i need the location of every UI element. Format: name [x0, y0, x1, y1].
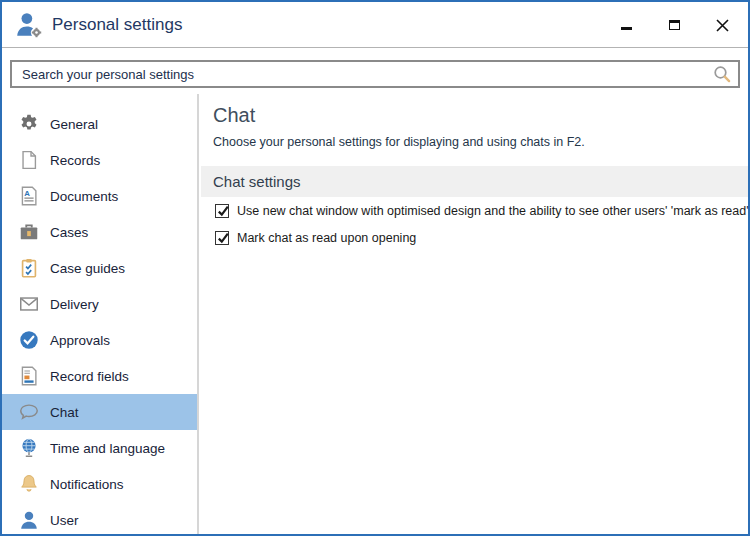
checkbox-row-mark-as-read: Mark chat as read upon opening [215, 231, 416, 245]
mark-as-read-checkbox[interactable] [215, 231, 229, 245]
bell-icon [18, 473, 40, 495]
minimize-button[interactable] [610, 9, 642, 41]
envelope-icon [18, 293, 40, 315]
document-icon: A [18, 185, 40, 207]
checkbox-label[interactable]: Use new chat window with optimised desig… [237, 204, 749, 218]
section-header-bar: Chat settings [201, 166, 748, 197]
record-fields-icon [18, 365, 40, 387]
section-title: Chat settings [213, 173, 301, 190]
sidebar-item-records[interactable]: Records [2, 142, 197, 178]
sidebar-item-label: Time and language [50, 441, 165, 456]
sidebar-item-general[interactable]: General [2, 106, 197, 142]
sidebar-item-label: General [50, 117, 98, 132]
maximize-button[interactable] [658, 9, 690, 41]
sidebar-item-case-guides[interactable]: Case guides [2, 250, 197, 286]
page-title: Chat [213, 104, 255, 127]
sidebar-item-label: Delivery [50, 297, 99, 312]
sidebar-item-time-and-language[interactable]: Time and language [2, 430, 197, 466]
briefcase-icon [18, 221, 40, 243]
page-description: Choose your personal settings for displa… [213, 135, 585, 149]
globe-icon [18, 437, 40, 459]
sidebar-item-label: User [50, 513, 79, 528]
sidebar-item-label: Cases [50, 225, 88, 240]
close-button[interactable] [706, 9, 738, 41]
sidebar-item-cases[interactable]: Cases [2, 214, 197, 250]
clipboard-icon [18, 257, 40, 279]
gear-icon [18, 113, 40, 135]
sidebar-item-record-fields[interactable]: Record fields [2, 358, 197, 394]
sidebar-item-documents[interactable]: A Documents [2, 178, 197, 214]
checkmark-icon [216, 231, 231, 246]
record-icon [18, 149, 40, 171]
sidebar-item-delivery[interactable]: Delivery [2, 286, 197, 322]
user-icon [18, 509, 40, 531]
search-input[interactable] [10, 60, 740, 88]
minimize-icon [621, 27, 632, 30]
checkbox-label[interactable]: Mark chat as read upon opening [237, 231, 416, 245]
maximize-icon [669, 20, 680, 30]
sidebar-item-label: Records [50, 153, 100, 168]
sidebar-item-approvals[interactable]: Approvals [2, 322, 197, 358]
settings-content: Chat Choose your personal settings for d… [201, 94, 748, 534]
sidebar-item-label: Record fields [50, 369, 129, 384]
sidebar-item-label: Approvals [50, 333, 110, 348]
settings-sidebar: General Records A Documents Cases [2, 94, 199, 534]
sidebar-item-label: Chat [50, 405, 79, 420]
sidebar-item-user[interactable]: User [2, 502, 197, 536]
approval-check-icon [18, 329, 40, 351]
sidebar-item-label: Notifications [50, 477, 124, 492]
close-icon [716, 19, 729, 32]
new-chat-window-checkbox[interactable] [215, 204, 229, 218]
svg-text:A: A [24, 189, 30, 198]
sidebar-item-label: Documents [50, 189, 118, 204]
sidebar-item-notifications[interactable]: Notifications [2, 466, 197, 502]
chat-bubble-icon [18, 401, 40, 423]
window-title: Personal settings [52, 15, 182, 35]
checkmark-icon [216, 204, 231, 219]
person-settings-icon [14, 10, 44, 40]
search-icon[interactable] [712, 64, 732, 84]
sidebar-item-chat[interactable]: Chat [2, 394, 197, 430]
search-row [2, 49, 748, 94]
window-controls [594, 2, 738, 48]
titlebar: Personal settings [2, 2, 748, 48]
checkbox-row-new-chat-window: Use new chat window with optimised desig… [215, 204, 749, 218]
personal-settings-window: Personal settings [0, 0, 750, 536]
sidebar-item-label: Case guides [50, 261, 125, 276]
